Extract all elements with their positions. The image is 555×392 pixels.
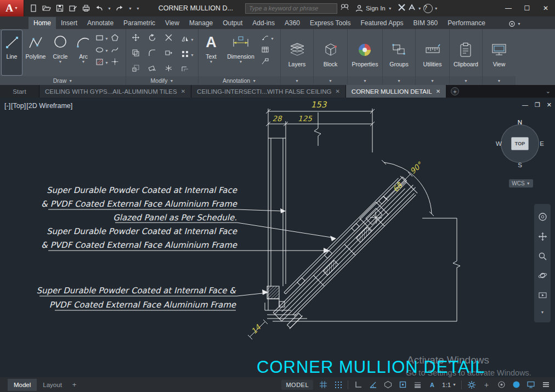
- polygon-icon[interactable]: [111, 33, 119, 44]
- viewport-close-icon[interactable]: ✕: [547, 101, 552, 109]
- tab-addins[interactable]: Add-ins: [247, 17, 280, 29]
- model-tab[interactable]: Model: [8, 379, 37, 391]
- grid-icon[interactable]: [318, 380, 328, 390]
- offset-icon[interactable]: [181, 64, 195, 76]
- help-icon[interactable]: ?: [423, 4, 433, 13]
- plus-icon[interactable]: +: [482, 380, 491, 390]
- tab-featured-apps[interactable]: Featured Apps: [356, 17, 409, 29]
- tab-view[interactable]: View: [160, 17, 184, 29]
- clipboard-panel-footer[interactable]: ▼: [450, 76, 482, 85]
- close-tab-icon[interactable]: ✕: [181, 88, 185, 94]
- layout-tab[interactable]: Layout: [37, 379, 68, 391]
- tab-express-tools[interactable]: Express Tools: [305, 17, 355, 29]
- compass-top-button[interactable]: TOP: [511, 137, 529, 150]
- file-tab-ceiling-intersection[interactable]: CEILING-INTERSECTI...WITH FALSE CEILING✕: [191, 85, 346, 98]
- array-icon[interactable]: [181, 50, 189, 60]
- table-icon[interactable]: [261, 46, 269, 56]
- save-icon[interactable]: [55, 4, 64, 13]
- tab-a360[interactable]: A360: [280, 17, 305, 29]
- steering-wheel-icon[interactable]: [538, 212, 547, 224]
- minimize-button[interactable]: —: [499, 0, 518, 16]
- viewport-minimize-icon[interactable]: —: [522, 101, 528, 109]
- file-tab-overflow-icon[interactable]: ⌄: [546, 85, 555, 98]
- ribbon-display-toggle[interactable]: ▼: [508, 20, 521, 29]
- groups-panel-footer[interactable]: ▼: [383, 76, 415, 85]
- groups-button[interactable]: Groups: [389, 38, 408, 67]
- view-button[interactable]: View: [491, 38, 507, 67]
- plot-icon[interactable]: [81, 4, 90, 13]
- autocad-logo-button[interactable]: A▼: [0, 0, 24, 16]
- properties-button[interactable]: Properties: [352, 38, 378, 67]
- compass-south[interactable]: S: [518, 162, 522, 168]
- orbit-icon[interactable]: [538, 271, 547, 282]
- modify-panel-footer[interactable]: Modify▼: [126, 76, 198, 85]
- polyline-button[interactable]: Polyline: [24, 30, 47, 75]
- circle-button[interactable]: Circle ▼: [49, 30, 71, 75]
- close-tab-icon[interactable]: ✕: [335, 88, 339, 94]
- explode-icon[interactable]: [165, 64, 178, 76]
- utilities-panel-footer[interactable]: ▼: [416, 76, 449, 85]
- wcs-selector[interactable]: WCS▼: [509, 179, 533, 188]
- a360-icon[interactable]: [407, 3, 416, 14]
- tab-manage[interactable]: Manage: [184, 17, 218, 29]
- spline-icon[interactable]: [111, 46, 119, 56]
- text-button[interactable]: A Text ▼: [202, 30, 220, 75]
- move-icon[interactable]: [132, 33, 145, 46]
- chevron-down-icon[interactable]: ▼: [541, 310, 545, 314]
- graphics-monitor-icon[interactable]: [526, 380, 536, 390]
- tab-home[interactable]: Home: [29, 17, 56, 29]
- mirror-icon[interactable]: [181, 35, 189, 45]
- rotate-icon[interactable]: [148, 33, 162, 46]
- snap-icon[interactable]: [333, 380, 343, 390]
- tab-insert[interactable]: Insert: [56, 17, 82, 29]
- layers-button[interactable]: Layers: [288, 38, 306, 67]
- osnap-icon[interactable]: [398, 380, 407, 390]
- utilities-button[interactable]: Utilities: [423, 38, 442, 67]
- dimension-button[interactable]: Dimension ▼: [225, 30, 257, 75]
- pan-hand-icon[interactable]: [538, 232, 547, 243]
- exchange-apps-icon[interactable]: [398, 3, 406, 14]
- ellipse-icon[interactable]: [95, 46, 104, 56]
- close-tab-icon[interactable]: ✕: [436, 88, 440, 94]
- leader-icon[interactable]: [261, 33, 269, 44]
- open-file-icon[interactable]: [42, 4, 51, 13]
- isolate-objects-icon[interactable]: [496, 380, 506, 390]
- trim-icon[interactable]: [165, 33, 178, 46]
- zoom-icon[interactable]: [538, 252, 547, 263]
- file-tab-corner-mullion[interactable]: CORNER MULLION DETAIL✕: [346, 85, 446, 98]
- tab-output[interactable]: Output: [218, 17, 247, 29]
- multileader-icon[interactable]: [261, 58, 269, 68]
- scale-icon[interactable]: [132, 64, 145, 76]
- layers-panel-footer[interactable]: ▼: [281, 76, 313, 85]
- polar-tracking-icon[interactable]: [368, 380, 378, 390]
- hamburger-menu-icon[interactable]: [541, 380, 551, 390]
- model-space-button[interactable]: MODEL: [281, 380, 313, 390]
- redo-icon[interactable]: [115, 4, 124, 13]
- gear-icon[interactable]: [467, 380, 477, 390]
- point-icon[interactable]: [111, 58, 119, 68]
- file-tab-ceiling-gypsail[interactable]: CEILING WITH GYPS...AIL-ALUMINUM TILES✕: [39, 85, 191, 98]
- search-icon[interactable]: [340, 3, 349, 14]
- undo-dropdown-icon[interactable]: ▼: [107, 7, 111, 10]
- properties-panel-footer[interactable]: ▼: [348, 76, 382, 85]
- block-button[interactable]: Block: [322, 38, 339, 67]
- undo-icon[interactable]: [94, 4, 104, 13]
- drawing-canvas[interactable]: Activate Windows Go to Settings to activ…: [0, 98, 555, 377]
- showmotion-icon[interactable]: [538, 291, 547, 302]
- annotation-scale-button[interactable]: 1:1▼: [442, 382, 456, 388]
- qat-customize-icon[interactable]: ▼: [136, 7, 140, 10]
- tab-performance[interactable]: Performance: [443, 17, 490, 29]
- stretch-icon[interactable]: [165, 49, 178, 61]
- annotation-panel-footer[interactable]: Annotation▼: [199, 76, 280, 85]
- copy-icon[interactable]: [132, 49, 145, 61]
- signin-button[interactable]: Sign In ▼: [355, 4, 392, 12]
- annotation-visibility-icon[interactable]: A: [427, 380, 437, 390]
- arc-button[interactable]: Arc ▼: [73, 30, 93, 75]
- tab-bim360[interactable]: BIM 360: [409, 17, 443, 29]
- search-input[interactable]: [245, 3, 337, 14]
- tab-parametric[interactable]: Parametric: [118, 17, 160, 29]
- erase-icon[interactable]: [148, 64, 162, 76]
- viewport-menu-control[interactable]: [-]: [4, 102, 10, 110]
- lineweight-icon[interactable]: [412, 380, 422, 390]
- new-file-icon[interactable]: [29, 4, 38, 13]
